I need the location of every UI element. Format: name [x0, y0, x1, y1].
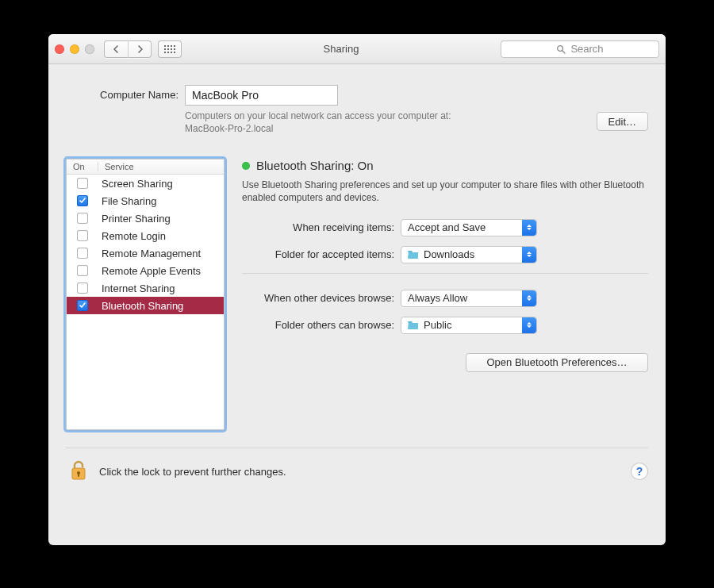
computer-name-field[interactable]: [185, 85, 338, 106]
svg-rect-2: [171, 45, 172, 47]
computer-name-label: Computer Name:: [66, 85, 185, 101]
sharing-prefs-window: Sharing Search Computer Name: Computers …: [48, 34, 666, 545]
service-label: Remote Login: [98, 230, 166, 242]
titlebar: Sharing Search: [48, 34, 666, 64]
service-checkbox[interactable]: [77, 265, 88, 276]
svg-rect-1: [167, 45, 169, 47]
chevron-updown-icon: [522, 290, 536, 306]
service-row[interactable]: Printer Sharing: [67, 209, 224, 227]
lock-icon[interactable]: [67, 458, 90, 485]
browse-value: Always Allow: [408, 292, 467, 304]
svg-rect-6: [171, 48, 172, 50]
open-bluetooth-prefs-button[interactable]: Open Bluetooth Preferences…: [466, 353, 648, 372]
service-label: Internet Sharing: [98, 282, 175, 294]
receiving-value: Accept and Save: [408, 221, 486, 233]
receiving-label: When receiving items:: [242, 221, 401, 233]
service-row[interactable]: Internet Sharing: [67, 279, 224, 297]
service-checkbox[interactable]: [77, 230, 88, 241]
folder-icon: [408, 250, 419, 259]
browse-popup[interactable]: Always Allow: [401, 290, 537, 307]
service-label: Printer Sharing: [98, 213, 171, 225]
service-label: File Sharing: [98, 195, 156, 207]
svg-rect-4: [164, 48, 166, 50]
svg-rect-8: [164, 52, 166, 53]
show-all-button[interactable]: [158, 40, 182, 58]
edit-hostname-button[interactable]: Edit…: [597, 112, 648, 131]
chevron-updown-icon: [522, 247, 536, 263]
svg-rect-15: [408, 321, 413, 323]
svg-rect-7: [174, 48, 175, 50]
service-checkbox[interactable]: [77, 248, 88, 259]
svg-rect-18: [78, 474, 79, 477]
service-label: Remote Management: [98, 248, 201, 259]
service-checkbox[interactable]: [77, 195, 88, 206]
browse-folder-popup[interactable]: Public: [401, 317, 537, 334]
window-body: Computer Name: Computers on your local n…: [48, 64, 666, 496]
service-checkbox[interactable]: [77, 178, 88, 189]
forward-button[interactable]: [128, 40, 152, 58]
service-label: Bluetooth Sharing: [98, 300, 183, 312]
accepted-folder-value: Downloads: [424, 248, 474, 260]
accepted-folder-label: Folder for accepted items:: [242, 248, 401, 260]
service-label: Remote Apple Events: [98, 265, 201, 277]
services-header-on: On: [67, 162, 98, 171]
services-header: On Service: [67, 159, 224, 175]
browse-folder-value: Public: [424, 319, 451, 331]
service-row[interactable]: Remote Management: [67, 244, 224, 262]
svg-rect-11: [174, 52, 175, 53]
search-icon: [556, 44, 566, 54]
service-row[interactable]: Screen Sharing: [67, 175, 224, 192]
receiving-popup[interactable]: Accept and Save: [401, 219, 537, 236]
divider: [242, 273, 648, 274]
nav-segment: [104, 40, 152, 58]
service-row[interactable]: Remote Login: [67, 227, 224, 244]
folder-icon: [408, 321, 419, 329]
search-input[interactable]: Search: [501, 40, 659, 58]
minimize-icon[interactable]: [70, 44, 79, 54]
lock-text: Click the lock to prevent further change…: [99, 466, 286, 478]
service-checkbox[interactable]: [77, 282, 88, 294]
help-button[interactable]: ?: [631, 463, 648, 480]
zoom-icon[interactable]: [85, 44, 94, 54]
svg-line-13: [562, 50, 565, 52]
close-icon[interactable]: [55, 44, 64, 54]
search-placeholder: Search: [570, 43, 603, 55]
svg-rect-9: [167, 52, 169, 53]
browse-folder-label: Folder others can browse:: [242, 319, 401, 331]
services-header-service: Service: [98, 162, 134, 171]
services-rows[interactable]: Screen SharingFile SharingPrinter Sharin…: [67, 175, 224, 429]
services-list: On Service Screen SharingFile SharingPri…: [66, 159, 225, 430]
service-row[interactable]: File Sharing: [67, 192, 224, 209]
service-row[interactable]: Bluetooth Sharing: [67, 297, 224, 314]
window-title: Sharing: [188, 43, 494, 55]
browse-label: When other devices browse:: [242, 292, 401, 304]
computer-name-desc: Computers on your local network can acce…: [185, 110, 584, 135]
chevron-updown-icon: [522, 317, 536, 333]
detail-pane: Bluetooth Sharing: On Use Bluetooth Shar…: [242, 159, 648, 430]
service-checkbox[interactable]: [77, 213, 88, 224]
status-title: Bluetooth Sharing: On: [256, 159, 374, 172]
svg-rect-14: [408, 251, 413, 252]
svg-rect-3: [174, 45, 175, 47]
back-button[interactable]: [104, 40, 128, 58]
window-controls: [55, 44, 94, 54]
chevron-updown-icon: [522, 220, 536, 236]
status-dot-icon: [242, 162, 250, 170]
service-row[interactable]: Remote Apple Events: [67, 262, 224, 279]
svg-rect-10: [171, 52, 172, 53]
svg-rect-0: [164, 45, 166, 47]
service-checkbox[interactable]: [77, 300, 88, 311]
accepted-folder-popup[interactable]: Downloads: [401, 246, 537, 263]
svg-rect-5: [167, 48, 169, 50]
status-desc: Use Bluetooth Sharing preferences and se…: [242, 179, 648, 204]
service-label: Screen Sharing: [98, 178, 173, 190]
